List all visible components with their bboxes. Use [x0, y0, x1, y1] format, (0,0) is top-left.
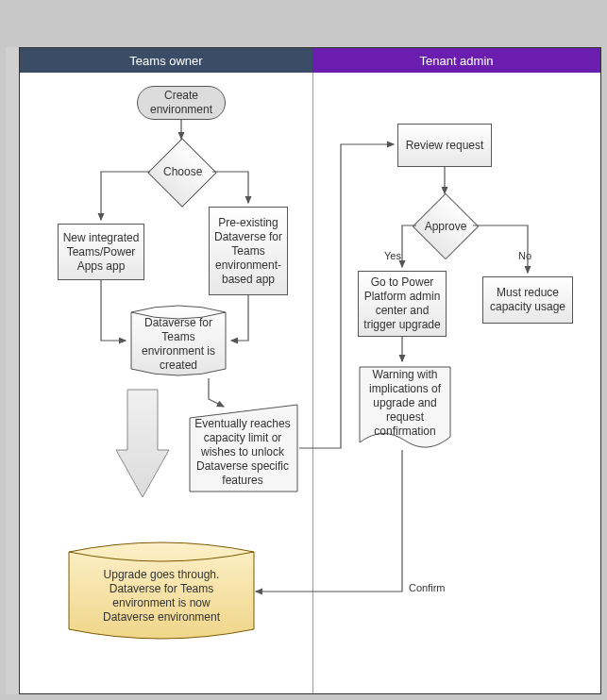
document-warning — [358, 365, 452, 452]
process-review-request: Review request — [397, 124, 492, 167]
diagram-page: Teams owner Tenant admin Create environm… — [0, 0, 607, 700]
flowchart-canvas: Teams owner Tenant admin Create environm… — [19, 47, 601, 694]
process-preexisting: Pre-existing Dataverse for Teams environ… — [209, 207, 288, 295]
lane-header-teams-owner: Teams owner — [20, 48, 312, 73]
terminator-create-environment: Create environment — [137, 86, 226, 120]
label-new-integrated: New integrated Teams/Power Apps app — [60, 231, 142, 274]
manual-input-capacity — [188, 403, 299, 493]
data-store-dataverse-created — [129, 303, 228, 378]
label-preexisting: Pre-existing Dataverse for Teams environ… — [211, 216, 285, 287]
lane-title-owner: Teams owner — [129, 54, 202, 68]
label-review-request: Review request — [406, 139, 484, 153]
label-create-environment: Create environment — [140, 89, 223, 117]
label-approve: Approve — [423, 220, 468, 233]
process-reduce-capacity: Must reduce capacity usage — [482, 276, 573, 324]
decision-approve: Approve — [413, 193, 480, 260]
branch-yes: Yes — [384, 250, 401, 261]
label-reduce-capacity: Must reduce capacity usage — [485, 286, 570, 314]
lane-title-admin: Tenant admin — [419, 54, 493, 68]
label-goto-admin: Go to Power Platform admin center and tr… — [361, 275, 444, 332]
block-arrow-down — [114, 388, 171, 501]
decision-choose: Choose — [147, 138, 217, 208]
label-confirm: Confirm — [409, 582, 446, 593]
branch-no: No — [518, 250, 531, 261]
process-goto-admin: Go to Power Platform admin center and tr… — [358, 271, 447, 337]
label-choose: Choose — [160, 165, 207, 178]
lane-header-tenant-admin: Tenant admin — [312, 48, 600, 73]
data-store-upgrade-complete — [67, 539, 256, 642]
process-new-integrated: New integrated Teams/Power Apps app — [58, 224, 144, 280]
lane-divider — [312, 73, 313, 693]
left-gutter — [6, 47, 19, 694]
